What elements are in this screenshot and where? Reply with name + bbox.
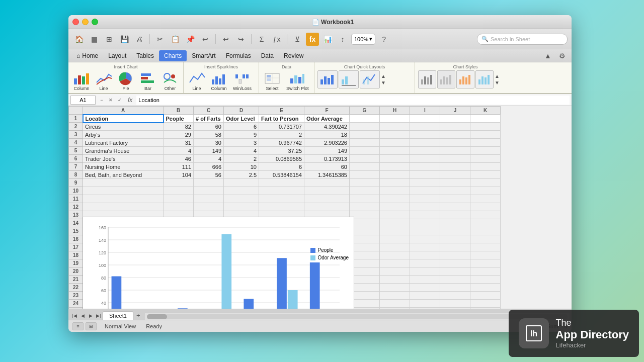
cell[interactable]: [259, 187, 304, 195]
sum-btn[interactable]: Σ: [255, 33, 268, 46]
cell[interactable]: 4: [194, 155, 224, 163]
sheet-last-btn[interactable]: ▶|: [95, 312, 103, 320]
cell[interactable]: [259, 203, 304, 211]
col-C[interactable]: C: [194, 107, 224, 115]
cell[interactable]: [470, 179, 501, 187]
horizontal-scrollbar[interactable]: [145, 313, 570, 320]
cell[interactable]: [440, 187, 470, 195]
save-btn[interactable]: 💾: [118, 33, 131, 46]
cell[interactable]: Location: [83, 115, 164, 123]
cell[interactable]: [380, 171, 410, 179]
row-num[interactable]: 21: [69, 276, 83, 284]
cell[interactable]: [440, 227, 470, 235]
cell[interactable]: [350, 115, 380, 123]
formula-check-btn[interactable]: ✓: [116, 96, 124, 104]
col-F[interactable]: F: [304, 107, 350, 115]
cell[interactable]: 18: [304, 131, 350, 139]
menu-charts[interactable]: Charts: [159, 50, 187, 61]
filter-btn[interactable]: ⊻: [291, 33, 304, 46]
chart-bar-btn[interactable]: Bar: [138, 70, 158, 92]
cell[interactable]: [380, 243, 410, 251]
cs-4[interactable]: [475, 70, 494, 88]
cell[interactable]: [350, 187, 380, 195]
cell[interactable]: [440, 123, 470, 131]
cell[interactable]: Grandma's House: [83, 147, 164, 155]
menu-tables[interactable]: Tables: [131, 50, 159, 61]
cell[interactable]: [380, 284, 410, 292]
cell[interactable]: [410, 292, 440, 300]
cell[interactable]: # of Farts: [194, 115, 224, 123]
cell[interactable]: 56: [194, 171, 224, 179]
row-num[interactable]: 20: [69, 267, 83, 276]
cell[interactable]: [410, 235, 440, 243]
cell[interactable]: 1.34615385: [304, 171, 350, 179]
grid-btn[interactable]: ▦: [88, 33, 101, 46]
row-num[interactable]: 15: [69, 227, 83, 235]
cs-prev[interactable]: ▲: [495, 73, 500, 79]
cell[interactable]: [83, 179, 164, 187]
cell[interactable]: 4: [224, 147, 259, 155]
row-num[interactable]: 22: [69, 284, 83, 292]
cell[interactable]: [380, 235, 410, 243]
cell[interactable]: [410, 251, 440, 259]
cell[interactable]: [83, 187, 164, 195]
cell[interactable]: 82: [164, 123, 194, 131]
switch-plot-btn[interactable]: Switch Plot: [284, 70, 311, 92]
cell[interactable]: [380, 267, 410, 276]
cs-2[interactable]: [437, 70, 455, 88]
cell[interactable]: 4: [164, 147, 194, 155]
cell[interactable]: [350, 155, 380, 163]
cell[interactable]: [224, 187, 259, 195]
row-num[interactable]: 7: [69, 163, 83, 171]
cell[interactable]: 666: [194, 163, 224, 171]
cell[interactable]: 3: [224, 139, 259, 147]
menu-formulas[interactable]: Formulas: [221, 50, 256, 61]
paste-btn[interactable]: 📌: [184, 33, 197, 46]
cell[interactable]: [410, 179, 440, 187]
row-num[interactable]: 18: [69, 251, 83, 259]
cell[interactable]: [440, 115, 470, 123]
cell[interactable]: [410, 300, 440, 308]
sparkline-column-btn[interactable]: Column: [209, 70, 229, 92]
menu-smartart[interactable]: SmartArt: [187, 50, 220, 61]
row-num[interactable]: 25: [69, 308, 83, 309]
cell[interactable]: [380, 227, 410, 235]
cell[interactable]: [350, 195, 380, 203]
cell[interactable]: 2: [259, 131, 304, 139]
cell[interactable]: Lubricant Factory: [83, 139, 164, 147]
menu-layout[interactable]: Layout: [103, 50, 131, 61]
cell[interactable]: 10: [224, 163, 259, 171]
cell[interactable]: Nursing Home: [83, 163, 164, 171]
cell[interactable]: [470, 300, 501, 308]
cell[interactable]: [470, 115, 501, 123]
cell[interactable]: [410, 115, 440, 123]
cell[interactable]: [470, 243, 501, 251]
cell[interactable]: [350, 203, 380, 211]
cell[interactable]: 46: [164, 155, 194, 163]
minimize-button[interactable]: [82, 19, 89, 25]
row-num[interactable]: 3: [69, 131, 83, 139]
cell[interactable]: [410, 147, 440, 155]
cell[interactable]: 104: [164, 171, 194, 179]
cell[interactable]: [83, 195, 164, 203]
chart-pie-btn[interactable]: Pie: [116, 70, 136, 92]
sheet-prev-btn[interactable]: ◀: [78, 312, 87, 320]
cell[interactable]: [440, 251, 470, 259]
cell[interactable]: [194, 179, 224, 187]
cell[interactable]: [350, 139, 380, 147]
maximize-button[interactable]: [92, 19, 98, 25]
cell[interactable]: [380, 163, 410, 171]
cell[interactable]: 2.5: [224, 171, 259, 179]
cell[interactable]: [380, 147, 410, 155]
cell[interactable]: 149: [304, 147, 350, 155]
cell[interactable]: [410, 243, 440, 251]
cell[interactable]: 0.967742: [259, 139, 304, 147]
cell[interactable]: [440, 219, 470, 227]
cell[interactable]: [224, 203, 259, 211]
col-J[interactable]: J: [440, 107, 470, 115]
cell[interactable]: 111: [164, 163, 194, 171]
col-E[interactable]: E: [259, 107, 304, 115]
cell[interactable]: [380, 155, 410, 163]
row-num[interactable]: 23: [69, 292, 83, 300]
cell[interactable]: [410, 227, 440, 235]
